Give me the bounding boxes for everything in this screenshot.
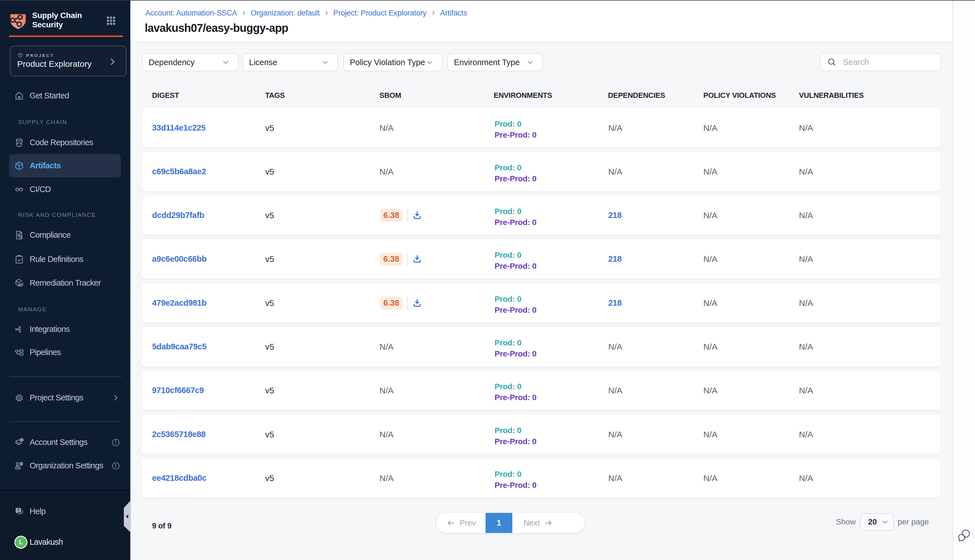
svg-text:?: ? [17,508,20,513]
